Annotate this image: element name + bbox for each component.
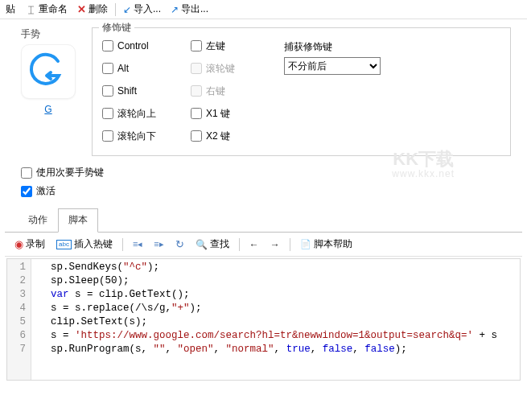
export-icon: ↗	[171, 4, 179, 15]
gesture-g-icon	[28, 51, 68, 92]
tab-actions[interactable]: 动作	[18, 208, 58, 233]
gesture-preview[interactable]	[21, 44, 76, 99]
checkbox-x2[interactable]: X2 键	[191, 130, 279, 143]
gesture-heading: 手势	[21, 27, 40, 41]
checkbox-control[interactable]: Control	[102, 40, 191, 51]
hotkey-icon: abc	[56, 240, 72, 249]
checkbox-alt[interactable]: Alt	[102, 63, 191, 74]
code-area[interactable]: sp.SendKeys("^c");sp.Sleep(50);var s = c…	[31, 259, 520, 380]
arrow-left-icon: ←	[249, 239, 259, 250]
outdent-icon: ≡◂	[133, 239, 142, 249]
tab-script[interactable]: 脚本	[58, 208, 98, 233]
record-button[interactable]: ◉ 录制	[11, 236, 48, 253]
checkbox-wheel-button: 滚轮键	[191, 62, 279, 76]
next-button[interactable]: →	[267, 237, 283, 252]
indent-icon: ≡▸	[154, 239, 163, 249]
toolbar-separator	[290, 238, 290, 251]
prev-button[interactable]: ←	[246, 237, 262, 252]
line-gutter: 1234567	[7, 259, 31, 380]
checkbox-shift[interactable]: Shift	[102, 85, 191, 97]
rename-button[interactable]: ⌶ 重命名	[23, 1, 70, 18]
toolbar-separator	[122, 238, 123, 251]
script-editor[interactable]: 1234567 sp.SendKeys("^c");sp.Sleep(50);v…	[6, 258, 521, 381]
delete-icon: ✕	[77, 3, 86, 15]
delete-button[interactable]: ✕ 删除	[75, 1, 110, 18]
capture-modifier-select[interactable]: 不分前后	[284, 57, 381, 75]
toolbar-separator	[115, 3, 116, 16]
find-button[interactable]: 🔍 查找	[192, 236, 233, 253]
redo-icon: ↻	[175, 238, 184, 250]
checkbox-use-secondary[interactable]: 使用次要手势键	[21, 166, 513, 179]
arrow-right-icon: →	[270, 239, 280, 250]
import-button[interactable]: ↙ 导入...	[121, 1, 163, 18]
gesture-link[interactable]: G	[44, 104, 51, 115]
outdent-button[interactable]: ≡◂	[130, 237, 146, 251]
checkbox-activate[interactable]: 激活	[21, 184, 513, 198]
help-icon: 📄	[300, 239, 311, 249]
indent-button[interactable]: ≡▸	[150, 237, 167, 251]
rename-label: 重命名	[39, 2, 68, 16]
checkbox-x1[interactable]: X1 键	[191, 107, 279, 121]
modifiers-group: 修饰键 Control 左键 捕获修饰键 不分前后 Alt 滚轮键 Shift …	[92, 27, 511, 156]
paste-button[interactable]: 贴	[3, 1, 18, 18]
script-help-button[interactable]: 📄 脚本帮助	[297, 236, 356, 253]
checkbox-wheel-up[interactable]: 滚轮向上	[102, 107, 191, 121]
checkbox-left-button[interactable]: 左键	[191, 39, 279, 53]
modifiers-legend: 修饰键	[99, 21, 134, 35]
import-label: 导入...	[134, 2, 161, 16]
export-label: 导出...	[181, 2, 208, 16]
capture-modifier-label: 捕获修饰键	[284, 40, 500, 54]
search-icon: 🔍	[196, 239, 208, 250]
toolbar-separator	[239, 238, 240, 251]
import-icon: ↙	[123, 4, 131, 15]
delete-label: 删除	[89, 2, 108, 16]
paste-label: 贴	[6, 2, 15, 16]
rename-icon: ⌶	[25, 4, 36, 15]
export-button[interactable]: ↗ 导出...	[168, 1, 211, 18]
checkbox-right-button: 右键	[191, 84, 279, 98]
insert-hotkey-button[interactable]: abc 插入热键	[53, 236, 116, 253]
record-icon: ◉	[14, 238, 23, 250]
redo-button[interactable]: ↻	[172, 237, 187, 252]
checkbox-wheel-down[interactable]: 滚轮向下	[102, 130, 191, 143]
